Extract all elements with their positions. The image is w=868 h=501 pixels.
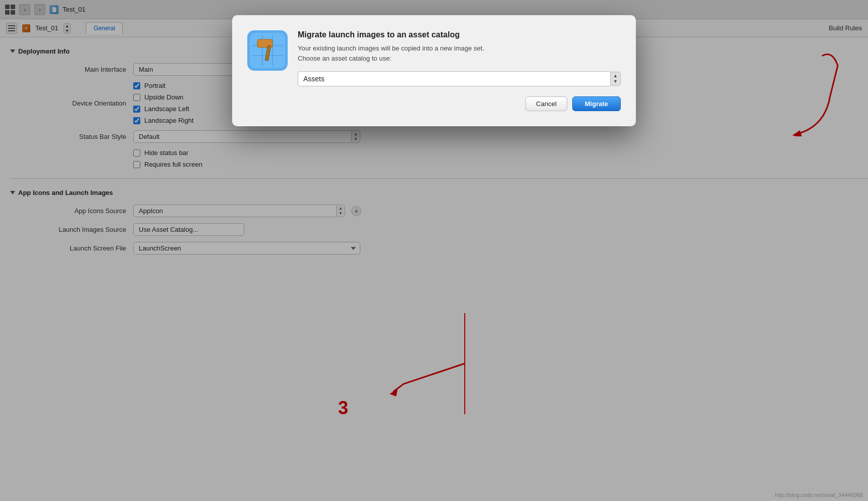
modal-description: Your existing launch images will be copi… bbox=[298, 43, 621, 63]
modal-overlay: Migrate launch images to an asset catalo… bbox=[0, 0, 868, 501]
modal-dropdown-row: ▲ ▼ bbox=[298, 71, 621, 86]
modal-dropdown-arrows[interactable]: ▲ ▼ bbox=[610, 72, 621, 86]
modal-assets-input[interactable] bbox=[298, 71, 610, 86]
modal-title: Migrate launch images to an asset catalo… bbox=[298, 30, 621, 39]
modal-desc-text: Your existing launch images will be copi… bbox=[298, 44, 484, 62]
xcode-icon bbox=[247, 30, 288, 71]
migrate-modal: Migrate launch images to an asset catalo… bbox=[232, 15, 636, 126]
migrate-button[interactable]: Migrate bbox=[572, 96, 621, 111]
modal-buttons: Cancel Migrate bbox=[298, 96, 621, 111]
modal-body: Migrate launch images to an asset catalo… bbox=[298, 30, 621, 111]
modal-content: Migrate launch images to an asset catalo… bbox=[247, 30, 621, 111]
cancel-button[interactable]: Cancel bbox=[525, 96, 567, 111]
